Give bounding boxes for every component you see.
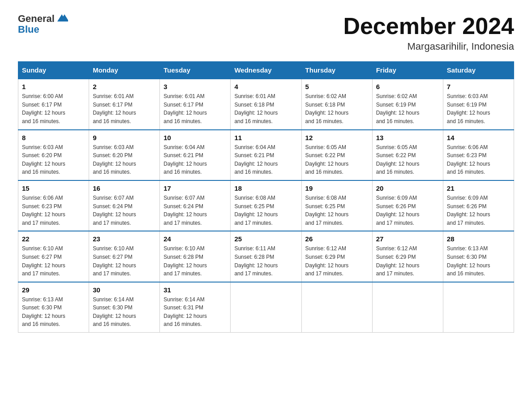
weekday-header-wednesday: Wednesday xyxy=(231,62,301,79)
calendar-week-row: 29Sunrise: 6:13 AMSunset: 6:30 PMDayligh… xyxy=(18,282,514,333)
calendar-cell: 5Sunrise: 6:02 AMSunset: 6:18 PMDaylight… xyxy=(301,79,372,129)
day-info: Sunrise: 6:02 AMSunset: 6:19 PMDaylight:… xyxy=(376,92,439,125)
day-number: 1 xyxy=(22,83,85,90)
day-info: Sunrise: 6:14 AMSunset: 6:30 PMDaylight:… xyxy=(93,295,156,329)
day-number: 29 xyxy=(22,286,85,294)
calendar-cell: 31Sunrise: 6:14 AMSunset: 6:31 PMDayligh… xyxy=(160,282,231,333)
day-number: 7 xyxy=(447,83,510,90)
day-info: Sunrise: 6:04 AMSunset: 6:21 PMDaylight:… xyxy=(234,143,297,176)
title-block: December 2024 Margasarihilir, Indonesia xyxy=(343,13,514,52)
calendar-cell xyxy=(372,282,443,333)
day-number: 15 xyxy=(22,184,85,192)
day-info: Sunrise: 6:04 AMSunset: 6:21 PMDaylight:… xyxy=(163,143,227,176)
day-number: 2 xyxy=(93,83,156,90)
logo: General Blue xyxy=(18,13,68,35)
calendar-week-row: 1Sunrise: 6:00 AMSunset: 6:17 PMDaylight… xyxy=(18,79,514,129)
day-info: Sunrise: 6:02 AMSunset: 6:18 PMDaylight:… xyxy=(305,92,369,125)
calendar-week-row: 22Sunrise: 6:10 AMSunset: 6:27 PMDayligh… xyxy=(18,231,514,282)
calendar-cell: 16Sunrise: 6:07 AMSunset: 6:24 PMDayligh… xyxy=(89,180,160,231)
day-number: 14 xyxy=(447,134,510,141)
day-number: 13 xyxy=(376,134,439,141)
calendar-cell: 9Sunrise: 6:03 AMSunset: 6:20 PMDaylight… xyxy=(89,130,160,180)
day-info: Sunrise: 6:05 AMSunset: 6:22 PMDaylight:… xyxy=(305,143,369,176)
calendar-cell: 22Sunrise: 6:10 AMSunset: 6:27 PMDayligh… xyxy=(18,231,89,282)
day-number: 28 xyxy=(447,235,510,243)
day-info: Sunrise: 6:09 AMSunset: 6:26 PMDaylight:… xyxy=(376,194,439,227)
day-info: Sunrise: 6:01 AMSunset: 6:18 PMDaylight:… xyxy=(234,92,297,125)
calendar-cell: 10Sunrise: 6:04 AMSunset: 6:21 PMDayligh… xyxy=(160,130,231,180)
day-number: 18 xyxy=(234,184,297,192)
day-number: 27 xyxy=(376,235,439,243)
logo-general-text: General xyxy=(18,13,55,24)
calendar-cell: 4Sunrise: 6:01 AMSunset: 6:18 PMDaylight… xyxy=(231,79,301,129)
calendar-cell: 1Sunrise: 6:00 AMSunset: 6:17 PMDaylight… xyxy=(18,79,89,129)
weekday-header-saturday: Saturday xyxy=(443,62,514,79)
day-info: Sunrise: 6:11 AMSunset: 6:28 PMDaylight:… xyxy=(234,244,297,278)
day-number: 22 xyxy=(22,235,85,243)
day-info: Sunrise: 6:05 AMSunset: 6:22 PMDaylight:… xyxy=(376,143,439,176)
calendar-week-row: 15Sunrise: 6:06 AMSunset: 6:23 PMDayligh… xyxy=(18,180,514,231)
day-number: 4 xyxy=(234,83,297,90)
day-number: 17 xyxy=(163,184,227,192)
calendar-cell: 20Sunrise: 6:09 AMSunset: 6:26 PMDayligh… xyxy=(372,180,443,231)
calendar-cell: 2Sunrise: 6:01 AMSunset: 6:17 PMDaylight… xyxy=(89,79,160,129)
calendar-cell: 26Sunrise: 6:12 AMSunset: 6:29 PMDayligh… xyxy=(301,231,372,282)
calendar-week-row: 8Sunrise: 6:03 AMSunset: 6:20 PMDaylight… xyxy=(18,130,514,180)
calendar-cell: 25Sunrise: 6:11 AMSunset: 6:28 PMDayligh… xyxy=(231,231,301,282)
day-number: 24 xyxy=(163,235,227,243)
day-info: Sunrise: 6:13 AMSunset: 6:30 PMDaylight:… xyxy=(447,244,510,278)
day-number: 10 xyxy=(163,134,227,141)
day-info: Sunrise: 6:10 AMSunset: 6:27 PMDaylight:… xyxy=(93,244,156,278)
calendar-cell: 7Sunrise: 6:03 AMSunset: 6:19 PMDaylight… xyxy=(443,79,514,129)
day-number: 21 xyxy=(447,184,510,192)
calendar-cell: 6Sunrise: 6:02 AMSunset: 6:19 PMDaylight… xyxy=(372,79,443,129)
day-info: Sunrise: 6:12 AMSunset: 6:29 PMDaylight:… xyxy=(376,244,439,278)
month-title: December 2024 xyxy=(343,13,514,39)
day-info: Sunrise: 6:12 AMSunset: 6:29 PMDaylight:… xyxy=(305,244,369,278)
calendar-cell: 18Sunrise: 6:08 AMSunset: 6:25 PMDayligh… xyxy=(231,180,301,231)
calendar-table: SundayMondayTuesdayWednesdayThursdayFrid… xyxy=(18,61,514,333)
day-number: 5 xyxy=(305,83,369,90)
calendar-cell: 27Sunrise: 6:12 AMSunset: 6:29 PMDayligh… xyxy=(372,231,443,282)
day-info: Sunrise: 6:03 AMSunset: 6:19 PMDaylight:… xyxy=(447,92,510,125)
day-number: 11 xyxy=(234,134,297,141)
page-header: General Blue December 2024 Margasarihili… xyxy=(18,13,514,52)
day-number: 23 xyxy=(93,235,156,243)
day-number: 30 xyxy=(93,286,156,294)
day-info: Sunrise: 6:07 AMSunset: 6:24 PMDaylight:… xyxy=(93,194,156,227)
day-number: 25 xyxy=(234,235,297,243)
day-info: Sunrise: 6:08 AMSunset: 6:25 PMDaylight:… xyxy=(305,194,369,227)
calendar-cell: 13Sunrise: 6:05 AMSunset: 6:22 PMDayligh… xyxy=(372,130,443,180)
calendar-cell: 11Sunrise: 6:04 AMSunset: 6:21 PMDayligh… xyxy=(231,130,301,180)
calendar-cell: 14Sunrise: 6:06 AMSunset: 6:23 PMDayligh… xyxy=(443,130,514,180)
calendar-cell: 30Sunrise: 6:14 AMSunset: 6:30 PMDayligh… xyxy=(89,282,160,333)
weekday-header-tuesday: Tuesday xyxy=(160,62,231,79)
day-number: 6 xyxy=(376,83,439,90)
day-info: Sunrise: 6:09 AMSunset: 6:26 PMDaylight:… xyxy=(447,194,510,227)
calendar-cell: 17Sunrise: 6:07 AMSunset: 6:24 PMDayligh… xyxy=(160,180,231,231)
day-info: Sunrise: 6:06 AMSunset: 6:23 PMDaylight:… xyxy=(22,194,85,227)
day-number: 9 xyxy=(93,134,156,141)
day-number: 19 xyxy=(305,184,369,192)
logo-icon xyxy=(56,12,68,24)
weekday-header-row: SundayMondayTuesdayWednesdayThursdayFrid… xyxy=(18,62,514,79)
day-info: Sunrise: 6:00 AMSunset: 6:17 PMDaylight:… xyxy=(22,92,85,125)
day-number: 31 xyxy=(163,286,227,294)
day-info: Sunrise: 6:10 AMSunset: 6:27 PMDaylight:… xyxy=(22,244,85,278)
calendar-cell: 24Sunrise: 6:10 AMSunset: 6:28 PMDayligh… xyxy=(160,231,231,282)
calendar-cell: 15Sunrise: 6:06 AMSunset: 6:23 PMDayligh… xyxy=(18,180,89,231)
day-info: Sunrise: 6:06 AMSunset: 6:23 PMDaylight:… xyxy=(447,143,510,176)
calendar-cell xyxy=(301,282,372,333)
day-number: 26 xyxy=(305,235,369,243)
calendar-cell: 28Sunrise: 6:13 AMSunset: 6:30 PMDayligh… xyxy=(443,231,514,282)
calendar-cell: 21Sunrise: 6:09 AMSunset: 6:26 PMDayligh… xyxy=(443,180,514,231)
day-info: Sunrise: 6:10 AMSunset: 6:28 PMDaylight:… xyxy=(163,244,227,278)
calendar-cell: 29Sunrise: 6:13 AMSunset: 6:30 PMDayligh… xyxy=(18,282,89,333)
calendar-cell: 12Sunrise: 6:05 AMSunset: 6:22 PMDayligh… xyxy=(301,130,372,180)
day-info: Sunrise: 6:13 AMSunset: 6:30 PMDaylight:… xyxy=(22,295,85,329)
day-info: Sunrise: 6:03 AMSunset: 6:20 PMDaylight:… xyxy=(93,143,156,176)
logo-blue-text: Blue xyxy=(18,24,39,35)
day-number: 16 xyxy=(93,184,156,192)
weekday-header-monday: Monday xyxy=(89,62,160,79)
calendar-cell: 3Sunrise: 6:01 AMSunset: 6:17 PMDaylight… xyxy=(160,79,231,129)
